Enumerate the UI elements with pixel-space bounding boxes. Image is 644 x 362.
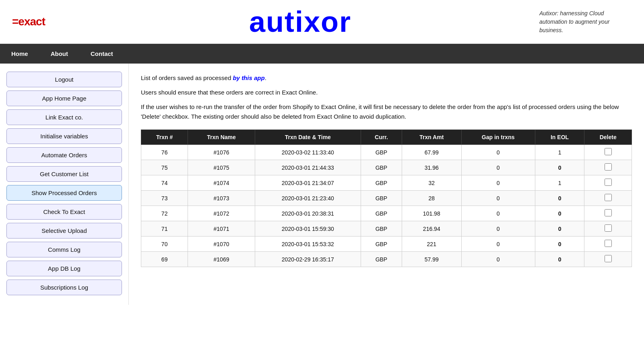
table-cell: 0 bbox=[461, 237, 535, 252]
table-cell: 2020-03-01 21:34:07 bbox=[255, 175, 361, 191]
sidebar-btn-comms-log[interactable]: Comms Log bbox=[6, 242, 122, 257]
delete-cell[interactable] bbox=[584, 160, 632, 175]
table-header: In EOL bbox=[535, 130, 584, 145]
table-cell: 74 bbox=[141, 175, 188, 191]
table-cell: 0 bbox=[461, 206, 535, 221]
table-cell: 0 bbox=[461, 145, 535, 160]
table-row: 75#10752020-03-01 21:44:33GBP31.9600 bbox=[141, 160, 632, 175]
delete-cell[interactable] bbox=[584, 145, 632, 160]
sidebar-btn-app-home[interactable]: App Home Page bbox=[6, 90, 122, 106]
table-cell: GBP bbox=[361, 252, 402, 267]
table-cell: 216.94 bbox=[402, 221, 461, 237]
delete-checkbox[interactable] bbox=[605, 148, 612, 155]
nav-about[interactable]: About bbox=[39, 44, 79, 64]
sidebar-btn-app-db-log[interactable]: App DB Log bbox=[6, 261, 122, 276]
delete-checkbox[interactable] bbox=[605, 255, 612, 262]
table-cell: 2020-03-01 15:53:32 bbox=[255, 237, 361, 252]
delete-cell[interactable] bbox=[584, 221, 632, 237]
delete-checkbox[interactable] bbox=[605, 224, 612, 232]
table-cell: 0 bbox=[535, 237, 584, 252]
sidebar-btn-selective-upload[interactable]: Selective Upload bbox=[6, 223, 122, 239]
content-area: List of orders saved as processed by thi… bbox=[129, 64, 644, 305]
table-cell: 31.96 bbox=[402, 160, 461, 175]
table-cell: #1071 bbox=[188, 221, 255, 237]
nav-contact[interactable]: Contact bbox=[79, 44, 124, 64]
table-cell: 2020-02-29 16:35:17 bbox=[255, 252, 361, 267]
table-cell: 0 bbox=[535, 252, 584, 267]
table-cell: 2020-03-01 21:23:40 bbox=[255, 191, 361, 206]
table-cell: 1 bbox=[535, 145, 584, 160]
nav-home[interactable]: Home bbox=[0, 44, 39, 64]
table-header: Trxn Date & Time bbox=[255, 130, 361, 145]
intro-line1: List of orders saved as processed by thi… bbox=[141, 73, 632, 83]
delete-cell[interactable] bbox=[584, 191, 632, 206]
table-row: 73#10732020-03-01 21:23:40GBP2800 bbox=[141, 191, 632, 206]
sidebar-btn-automate-orders[interactable]: Automate Orders bbox=[6, 147, 122, 163]
sidebar: LogoutApp Home PageLink Exact co.Initial… bbox=[0, 64, 129, 305]
exact-logo: =exact bbox=[12, 15, 45, 28]
table-header: Curr. bbox=[361, 130, 402, 145]
sidebar-btn-init-vars[interactable]: Initialise variables bbox=[6, 128, 122, 144]
table-row: 70#10702020-03-01 15:53:32GBP22100 bbox=[141, 237, 632, 252]
delete-checkbox[interactable] bbox=[605, 209, 612, 216]
table-cell: 0 bbox=[535, 191, 584, 206]
table-row: 74#10742020-03-01 21:34:07GBP3201 bbox=[141, 175, 632, 191]
sidebar-btn-get-customer[interactable]: Get Customer List bbox=[6, 166, 122, 182]
table-cell: 0 bbox=[461, 221, 535, 237]
table-row: 71#10712020-03-01 15:59:30GBP216.9400 bbox=[141, 221, 632, 237]
table-cell: 0 bbox=[461, 175, 535, 191]
table-cell: 2020-03-01 21:44:33 bbox=[255, 160, 361, 175]
sidebar-btn-subscriptions-log[interactable]: Subscriptions Log bbox=[6, 280, 122, 295]
table-cell: GBP bbox=[361, 160, 402, 175]
table-cell: #1072 bbox=[188, 206, 255, 221]
table-cell: 76 bbox=[141, 145, 188, 160]
header-center: autixor bbox=[61, 7, 539, 36]
main-nav: Home About Contact bbox=[0, 44, 644, 64]
table-cell: 70 bbox=[141, 237, 188, 252]
table-cell: 32 bbox=[402, 175, 461, 191]
brand-logo: autixor bbox=[61, 7, 539, 36]
delete-checkbox[interactable] bbox=[605, 163, 612, 171]
table-header: Trxn Name bbox=[188, 130, 255, 145]
table-cell: GBP bbox=[361, 191, 402, 206]
table-header: Trxn # bbox=[141, 130, 188, 145]
table-cell: 69 bbox=[141, 252, 188, 267]
table-cell: 73 bbox=[141, 191, 188, 206]
table-cell: GBP bbox=[361, 221, 402, 237]
table-cell: 1 bbox=[535, 175, 584, 191]
delete-checkbox[interactable] bbox=[605, 240, 612, 247]
intro-line2: Users should ensure that these orders ar… bbox=[141, 88, 632, 97]
table-row: 76#10762020-03-02 11:33:40GBP67.9901 bbox=[141, 145, 632, 160]
sidebar-btn-show-processed[interactable]: Show Processed Orders bbox=[6, 185, 122, 201]
page-header: =exact autixor Autixor: harnessing Cloud… bbox=[0, 0, 644, 44]
table-cell: 0 bbox=[535, 160, 584, 175]
table-cell: #1069 bbox=[188, 252, 255, 267]
table-cell: #1073 bbox=[188, 191, 255, 206]
sidebar-btn-check-exact[interactable]: Check To Exact bbox=[6, 204, 122, 220]
delete-checkbox[interactable] bbox=[605, 179, 612, 186]
table-cell: GBP bbox=[361, 206, 402, 221]
delete-cell[interactable] bbox=[584, 206, 632, 221]
table-cell: 0 bbox=[535, 206, 584, 221]
table-cell: 67.99 bbox=[402, 145, 461, 160]
table-cell: GBP bbox=[361, 175, 402, 191]
delete-cell[interactable] bbox=[584, 237, 632, 252]
highlight-text: by this app bbox=[233, 74, 264, 81]
table-cell: #1076 bbox=[188, 145, 255, 160]
delete-cell[interactable] bbox=[584, 175, 632, 191]
table-cell: 221 bbox=[402, 237, 461, 252]
delete-cell[interactable] bbox=[584, 252, 632, 267]
content-intro: List of orders saved as processed by thi… bbox=[141, 73, 632, 121]
table-cell: #1074 bbox=[188, 175, 255, 191]
table-cell: 0 bbox=[461, 191, 535, 206]
table-cell: 71 bbox=[141, 221, 188, 237]
sidebar-btn-logout[interactable]: Logout bbox=[6, 72, 122, 87]
table-row: 69#10692020-02-29 16:35:17GBP57.9900 bbox=[141, 252, 632, 267]
delete-checkbox[interactable] bbox=[605, 194, 612, 201]
table-cell: 0 bbox=[461, 160, 535, 175]
table-cell: 0 bbox=[461, 252, 535, 267]
sidebar-btn-link-exact[interactable]: Link Exact co. bbox=[6, 109, 122, 125]
table-header: Delete bbox=[584, 130, 632, 145]
table-cell: #1075 bbox=[188, 160, 255, 175]
main-layout: LogoutApp Home PageLink Exact co.Initial… bbox=[0, 64, 644, 305]
